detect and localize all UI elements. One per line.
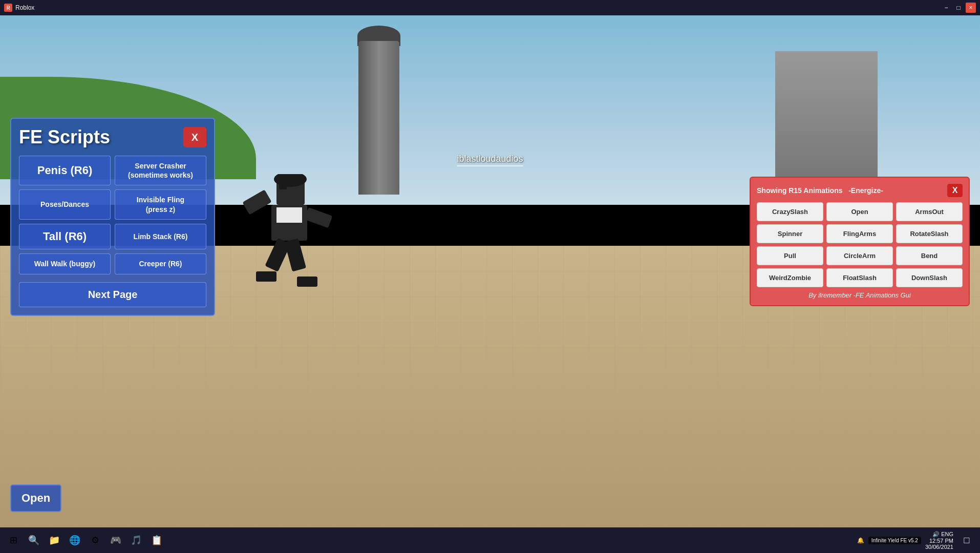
taskbar-app2-button[interactable]: 🎵 — [127, 531, 145, 549]
r15-rotate-slash-button[interactable]: RotateSlash — [896, 224, 963, 243]
fe-close-button[interactable]: X — [183, 127, 206, 147]
window-controls: − □ × — [941, 3, 976, 13]
fe-wall-walk-button[interactable]: Wall Walk (buggy) — [19, 253, 111, 274]
r15-footer: By ilremember -FE Animations Gui — [757, 291, 963, 299]
system-tray: 🔊 ENG 12:57 PM 30/06/2021 — [925, 531, 953, 550]
fe-invisible-fling-button[interactable]: Invisible Fling(press z) — [115, 189, 206, 219]
r15-crazy-slash-button[interactable]: CrazySlash — [757, 202, 823, 221]
clock-date: 30/06/2021 — [925, 544, 953, 550]
r15-showing-label: Showing R15 Animations — [757, 186, 843, 195]
taskbar-files-button[interactable]: 📁 — [45, 531, 63, 549]
taskbar: ⊞ 🔍 📁 🌐 ⚙ 🎮 🎵 📋 🔔 Infinite Yield FE v5.2… — [0, 527, 980, 553]
r15-buttons-grid: CrazySlash Open ArmsOut Spinner FlingArm… — [757, 202, 963, 287]
r15-circle-arm-button[interactable]: CircleArm — [826, 246, 893, 265]
r15-bend-button[interactable]: Bend — [896, 246, 963, 265]
svg-rect-4 — [276, 207, 302, 223]
taskbar-notification: 🔔 — [857, 537, 864, 544]
infinite-yield-badge: Infinite Yield FE v5.2 — [868, 537, 921, 544]
taskbar-app3-button[interactable]: 📋 — [147, 531, 166, 549]
taskbar-right: 🔔 Infinite Yield FE v5.2 🔊 ENG 12:57 PM … — [857, 531, 976, 550]
r15-float-slash-button[interactable]: FloatSlash — [826, 268, 893, 287]
r15-close-button[interactable]: X — [947, 184, 963, 197]
svg-rect-8 — [284, 238, 306, 271]
r15-open-button[interactable]: Open — [826, 202, 893, 221]
app-icon: R — [4, 4, 12, 12]
r15-title: Showing R15 Animations -Energize- — [757, 186, 883, 195]
fe-header: FE Scripts X — [19, 126, 206, 148]
infinite-yield-label: 🔔 — [857, 537, 864, 544]
r15-pull-button[interactable]: Pull — [757, 246, 823, 265]
next-page-button[interactable]: Next Page — [19, 282, 206, 307]
titlebar: R Roblox − □ × — [0, 0, 980, 15]
r15-animation-name: -Energize- — [848, 186, 883, 195]
r15-fling-arms-button[interactable]: FlingArms — [826, 224, 893, 243]
minimize-button[interactable]: − — [941, 3, 951, 13]
player-username: iblastloudaudios — [457, 154, 523, 166]
fe-creeper-button[interactable]: Creeper (R6) — [115, 253, 206, 274]
taskbar-browser-button[interactable]: 🌐 — [66, 531, 84, 549]
player-character — [230, 174, 348, 320]
taskbar-search-button[interactable]: 🔍 — [25, 531, 43, 549]
svg-rect-10 — [297, 276, 317, 287]
fe-tall-r6-button[interactable]: Tall (R6) — [19, 224, 111, 250]
open-button[interactable]: Open — [10, 484, 61, 512]
fe-buttons-grid: Penis (R6) Server Crasher(sometimes work… — [19, 156, 206, 274]
svg-rect-6 — [304, 207, 333, 228]
window-title: Roblox — [15, 4, 941, 11]
svg-rect-5 — [242, 189, 271, 215]
fe-limb-stack-button[interactable]: Limb Stack (R6) — [115, 224, 206, 250]
r15-spinner-button[interactable]: Spinner — [757, 224, 823, 243]
taskbar-settings-button[interactable]: ⚙ — [86, 531, 104, 549]
tray-icons: 🔊 ENG — [932, 531, 953, 538]
clock-time: 12:57 PM — [929, 538, 953, 544]
show-desktop-button[interactable]: □ — [957, 531, 976, 549]
close-window-button[interactable]: × — [966, 3, 976, 13]
r15-animations-panel: Showing R15 Animations -Energize- X Craz… — [750, 177, 970, 306]
taskbar-roblox-button[interactable]: 🎮 — [106, 531, 125, 549]
maximize-button[interactable]: □ — [953, 3, 964, 13]
fe-title: FE Scripts — [19, 126, 110, 148]
r15-down-slash-button[interactable]: DownSlash — [896, 268, 963, 287]
gray-wall — [775, 51, 878, 179]
r15-weird-zombie-button[interactable]: WeirdZombie — [757, 268, 823, 287]
fe-server-crasher-button[interactable]: Server Crasher(sometimes works) — [115, 156, 206, 185]
fe-scripts-panel: FE Scripts X Penis (R6) Server Crasher(s… — [10, 118, 215, 316]
r15-header: Showing R15 Animations -Energize- X — [757, 184, 963, 197]
r15-arms-out-button[interactable]: ArmsOut — [896, 202, 963, 221]
fe-poses-dances-button[interactable]: Poses/Dances — [19, 189, 111, 219]
fe-penis-r6-button[interactable]: Penis (R6) — [19, 156, 111, 185]
tower — [358, 41, 399, 195]
svg-rect-9 — [256, 271, 276, 282]
taskbar-start-button[interactable]: ⊞ — [4, 531, 23, 549]
